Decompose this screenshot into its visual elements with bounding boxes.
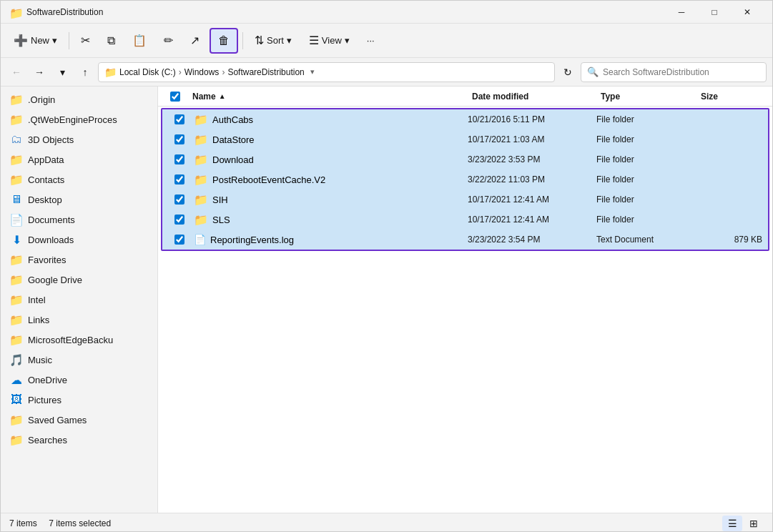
back-button[interactable]: ← [6,62,26,82]
sidebar-item-pictures[interactable]: 🖼 Pictures [1,390,157,410]
more-button[interactable]: ··· [360,28,382,54]
row-check-col [165,134,194,144]
sidebar-item-savedgames[interactable]: 📁 Saved Games [1,410,157,430]
pictures-icon: 🖼 [9,393,24,406]
size-label: Size [701,92,718,102]
sidebar-item-music[interactable]: 🎵 Music [1,350,157,370]
selection-border: 📁 AuthCabs 10/21/2016 5:11 PM File folde… [161,108,769,251]
view-controls: ☰ ⊞ [722,516,764,531]
search-input[interactable] [603,67,760,77]
table-row[interactable]: 📁 SLS 10/17/2021 12:41 AM File folder [162,210,768,230]
file-area: Name ▲ Date modified Type Size [158,87,772,513]
sidebar-item-contacts[interactable]: 📁 Contacts [1,169,157,189]
row-checkbox[interactable] [174,194,184,205]
table-row[interactable]: 📄 ReportingEvents.log 3/23/2022 3:54 PM … [162,230,768,250]
forward-button[interactable]: → [29,62,49,82]
row-checkbox[interactable] [174,174,184,184]
file-name-col: 📁 PostRebootEventCache.V2 [194,173,465,187]
table-row[interactable]: 📁 SIH 10/17/2021 12:41 AM File folder [162,189,768,210]
sidebar-item-3dobjects[interactable]: 🗂 3D Objects [1,129,157,149]
sidebar-item-desktop[interactable]: 🖥 Desktop [1,189,157,210]
sidebar-item-microsoftedge[interactable]: 📁 MicrosoftEdgeBacku [1,330,157,350]
share-button[interactable]: ↗ [183,28,207,54]
row-checkbox[interactable] [174,154,184,164]
downloads-icon: ⬇ [9,233,24,247]
sidebar-label-onedrive: OneDrive [28,375,67,385]
item-count: 7 items [9,518,37,528]
main-area: 📁 .Origin 📁 .QtWebEngineProces 🗂 3D Obje… [1,87,772,513]
sidebar-item-googledrive[interactable]: 📁 Google Drive [1,270,157,290]
delete-button[interactable]: 🗑 [210,28,238,54]
type-label: Type [601,92,620,102]
onedrive-icon: ☁ [9,373,24,387]
header-date[interactable]: Date modified [469,92,598,102]
sidebar-item-favorites[interactable]: 📁 Favorites [1,250,157,270]
folder-icon: 📁 [9,273,24,287]
3dobjects-icon: 🗂 [9,133,24,146]
sidebar: 📁 .Origin 📁 .QtWebEngineProces 🗂 3D Obje… [1,87,158,513]
sidebar-item-links[interactable]: 📁 Links [1,310,157,330]
sidebar-item-appdata[interactable]: 📁 AppData [1,149,157,169]
table-row[interactable]: 📁 Download 3/23/2022 3:53 PM File folder [162,149,768,169]
row-check-col [165,215,194,225]
sidebar-item-documents[interactable]: 📄 Documents [1,210,157,230]
paste-icon: 📋 [132,34,147,47]
header-size[interactable]: Size [698,92,769,102]
maximize-button[interactable]: □ [698,1,731,24]
file-name-col: 📁 AuthCabs [194,113,465,127]
app-icon: 📁 [9,6,21,18]
select-all-checkbox[interactable] [170,92,180,102]
new-button[interactable]: ➕ New ▾ [6,28,64,54]
folder-icon: 📁 [9,413,24,427]
sidebar-item-onedrive[interactable]: ☁ OneDrive [1,370,157,390]
sidebar-label-links: Links [28,315,49,325]
grid-view-button[interactable]: ⊞ [744,516,764,531]
sidebar-item-intel[interactable]: 📁 Intel [1,290,157,310]
toolbar: ➕ New ▾ ✂ ⧉ 📋 ✏ ↗ 🗑 ⇅ Sort ▾ ☰ View ▾ ··… [1,24,772,58]
sidebar-item-qtwebengine[interactable]: 📁 .QtWebEngineProces [1,109,157,129]
name-label: Name [192,92,216,102]
sort-asc-icon: ▲ [219,92,226,100]
copy-button[interactable]: ⧉ [100,28,122,54]
row-checkbox[interactable] [174,114,184,124]
sidebar-label-favorites: Favorites [28,255,66,265]
rename-button[interactable]: ✏ [157,28,180,54]
header-checkbox-col[interactable] [161,92,189,102]
file-list: 📁 AuthCabs 10/21/2016 5:11 PM File folde… [158,107,772,513]
sort-label: Sort [267,35,284,46]
file-type: File folder [594,114,694,124]
row-checkbox[interactable] [174,235,184,245]
sort-button[interactable]: ⇅ Sort ▾ [247,28,299,54]
breadcrumb-folder-icon: 📁 [104,66,117,78]
table-row[interactable]: 📁 AuthCabs 10/21/2016 5:11 PM File folde… [162,109,768,129]
row-checkbox[interactable] [174,215,184,225]
minimize-button[interactable]: ─ [665,1,698,24]
music-icon: 🎵 [9,353,24,367]
row-checkbox[interactable] [174,134,184,144]
close-button[interactable]: ✕ [731,1,764,24]
paste-button[interactable]: 📋 [125,28,154,54]
table-row[interactable]: 📁 PostRebootEventCache.V2 3/22/2022 11:0… [162,169,768,189]
file-type: File folder [594,174,694,184]
cut-button[interactable]: ✂ [74,28,97,54]
header-name[interactable]: Name ▲ [189,92,469,102]
sidebar-item-downloads[interactable]: ⬇ Downloads [1,230,157,250]
table-row[interactable]: 📁 DataStore 10/17/2021 1:03 AM File fold… [162,129,768,149]
view-button[interactable]: ☰ View ▾ [302,28,357,54]
up-button[interactable]: ↑ [75,62,95,82]
header-type[interactable]: Type [598,92,698,102]
sidebar-label-downloads: Downloads [28,235,74,245]
folder-icon: 📁 [9,113,24,127]
list-view-button[interactable]: ☰ [722,516,742,531]
sidebar-label-microsoftedge: MicrosoftEdgeBacku [28,335,113,345]
sort-icon: ⇅ [255,34,264,47]
sidebar-item-searches[interactable]: 📁 Searches [1,430,157,450]
file-type: Text Document [594,235,694,245]
recent-button[interactable]: ▾ [52,62,72,82]
status-bar: 7 items 7 items selected ☰ ⊞ [1,513,772,532]
sidebar-item-origin[interactable]: 📁 .Origin [1,89,157,109]
refresh-button[interactable]: ↻ [558,62,578,82]
sidebar-label-appdata: AppData [28,154,64,165]
breadcrumb[interactable]: 📁 Local Disk (C:) › Windows › SoftwareDi… [98,62,555,82]
search-bar[interactable]: 🔍 [581,62,767,82]
